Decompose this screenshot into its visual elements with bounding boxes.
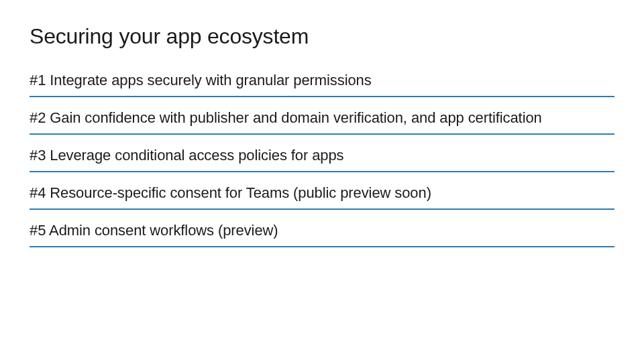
list-item: #2 Gain confidence with publisher and do… [30,109,614,135]
list-item: #1 Integrate apps securely with granular… [30,72,614,97]
list-item: #5 Admin consent workflows (preview) [30,222,614,247]
list-item: #3 Leverage conditional access policies … [30,147,614,172]
slide-title: Securing your app ecosystem [30,24,614,49]
list-item: #4 Resource-specific consent for Teams (… [30,184,614,210]
